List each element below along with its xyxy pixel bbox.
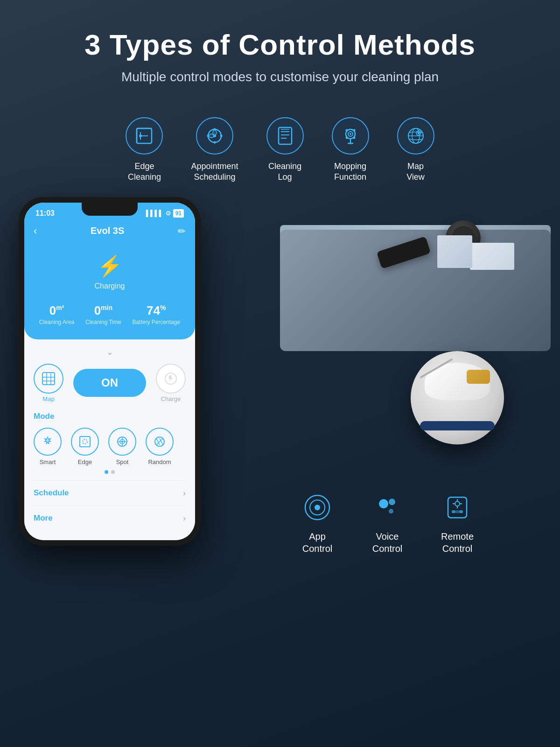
cleaning-time-stat: 0min Cleaning Time: [85, 303, 121, 325]
feature-cleaning-log: CleaningLog: [266, 117, 304, 183]
charge-button[interactable]: Charge: [156, 364, 186, 402]
edge-mode-label: Edge: [78, 458, 92, 465]
battery-label: Battery Percentage: [132, 319, 180, 325]
wifi-icon: ⊙: [166, 210, 171, 217]
control-remote: Remote Control: [441, 491, 474, 555]
book-2: [437, 235, 472, 268]
schedule-arrow-icon: ›: [183, 488, 186, 498]
cleaning-area-label: Cleaning Area: [39, 319, 74, 325]
phone-notch: [82, 203, 138, 216]
feature-mopping-function: MoppingFunction: [332, 117, 369, 183]
map-button[interactable]: Map: [34, 364, 63, 402]
edit-icon[interactable]: ✏: [178, 226, 186, 237]
svg-point-23: [345, 137, 348, 139]
svg-point-8: [213, 128, 216, 131]
charge-button-label: Charge: [161, 395, 181, 402]
svg-point-52: [389, 499, 395, 505]
remote-control-icon: [441, 491, 474, 524]
svg-rect-12: [279, 127, 292, 144]
feature-edge-cleaning: EdgeCleaning: [126, 117, 163, 183]
schedule-label: Schedule: [34, 488, 69, 498]
mode-smart[interactable]: Smart: [34, 428, 62, 465]
svg-point-22: [353, 137, 355, 139]
status-icons: ▌▌▌▌ ⊙ 91: [146, 209, 184, 218]
map-icon: [41, 371, 56, 387]
charge-icon: [164, 372, 178, 386]
edge-mode-icon: [78, 435, 92, 449]
mode-section-label: Mode: [34, 412, 186, 421]
signal-icon: ▌▌▌▌: [146, 210, 163, 217]
smart-mode-label: Smart: [40, 458, 56, 465]
cleaning-area-stat: 0m² Cleaning Area: [39, 303, 74, 325]
control-app: App Control: [301, 491, 334, 555]
feature-appointment-scheduling: AppointmentScheduling: [191, 117, 238, 183]
svg-point-38: [83, 439, 87, 444]
spot-mode-label: Spot: [116, 458, 129, 465]
phone-screen: 11:03 ▌▌▌▌ ⊙ 91 ‹ Evol 3S ✏ ⚡ Chargi: [24, 203, 195, 540]
edge-cleaning-icon-circle: [126, 117, 163, 155]
svg-point-30: [418, 132, 420, 134]
charge-button-circle: [156, 364, 186, 394]
appointment-scheduling-icon-circle: [196, 117, 233, 155]
more-row[interactable]: More ›: [34, 506, 186, 531]
map-button-label: Map: [42, 395, 54, 402]
mopping-function-icon-circle: [332, 117, 369, 155]
app-control-svg: [303, 493, 331, 521]
map-view-icon-circle: [397, 117, 434, 155]
voice-control-label: Voice Control: [372, 530, 402, 555]
svg-point-51: [379, 499, 388, 508]
svg-point-21: [353, 129, 355, 132]
robot-vacuum: [411, 351, 504, 444]
on-button[interactable]: ON: [73, 369, 146, 397]
mopping-function-icon: [340, 126, 361, 146]
mode-edge[interactable]: Edge: [71, 428, 99, 465]
remote-control-svg: [443, 493, 471, 521]
feature-map-view: MapView: [397, 117, 434, 183]
phone-time: 11:03: [35, 209, 55, 218]
book-1: [470, 243, 514, 270]
robot-blue-strip: [420, 421, 495, 430]
mode-spot[interactable]: Spot: [108, 428, 136, 465]
svg-rect-31: [42, 373, 55, 385]
random-mode-icon: [153, 435, 167, 449]
mopping-function-label: MoppingFunction: [334, 161, 366, 183]
voice-control-svg: [373, 493, 401, 521]
cleaning-log-icon-circle: [266, 117, 304, 155]
svg-rect-37: [80, 437, 90, 447]
control-voice: Voice Control: [371, 491, 404, 555]
pagination-dots: [34, 470, 186, 474]
voice-control-icon: [371, 491, 404, 524]
battery-value: 74%: [147, 303, 166, 318]
svg-point-7: [213, 134, 216, 137]
mode-row: Smart Edge: [34, 428, 186, 465]
main-content: 11:03 ▌▌▌▌ ⊙ 91 ‹ Evol 3S ✏ ⚡ Chargi: [0, 192, 560, 659]
phone-bottom-section: ⌄: [24, 339, 195, 540]
svg-point-20: [345, 129, 348, 132]
robot-section: [233, 351, 541, 444]
random-mode-circle: [146, 428, 174, 456]
more-arrow-icon: ›: [183, 514, 186, 523]
back-icon[interactable]: ‹: [34, 225, 37, 237]
spot-mode-icon: [115, 435, 129, 449]
control-row: Map ON Charge: [34, 364, 186, 402]
svg-point-53: [389, 509, 393, 514]
main-title: 3 Types of Control Methods: [19, 28, 541, 61]
charging-status-text: Charging: [95, 282, 125, 290]
charging-bolt-icon: ⚡: [97, 254, 123, 278]
map-view-icon: [406, 126, 426, 146]
svg-point-50: [315, 505, 320, 510]
features-row: EdgeCleaning AppointmentScheduling: [0, 99, 560, 192]
svg-point-9: [220, 135, 222, 137]
edge-cleaning-icon: [134, 126, 154, 146]
map-button-circle: [34, 364, 63, 394]
battery-stat: 74% Battery Percentage: [132, 303, 180, 325]
svg-rect-60: [452, 510, 455, 513]
collapse-handle[interactable]: ⌄: [34, 347, 186, 357]
robot-gold-detail: [467, 370, 490, 384]
battery-icon: 91: [173, 209, 184, 218]
edge-mode-circle: [71, 428, 99, 456]
mode-random[interactable]: Random: [146, 428, 174, 465]
schedule-row[interactable]: Schedule ›: [34, 480, 186, 506]
map-view-label: MapView: [406, 161, 425, 183]
more-label: More: [34, 514, 53, 523]
